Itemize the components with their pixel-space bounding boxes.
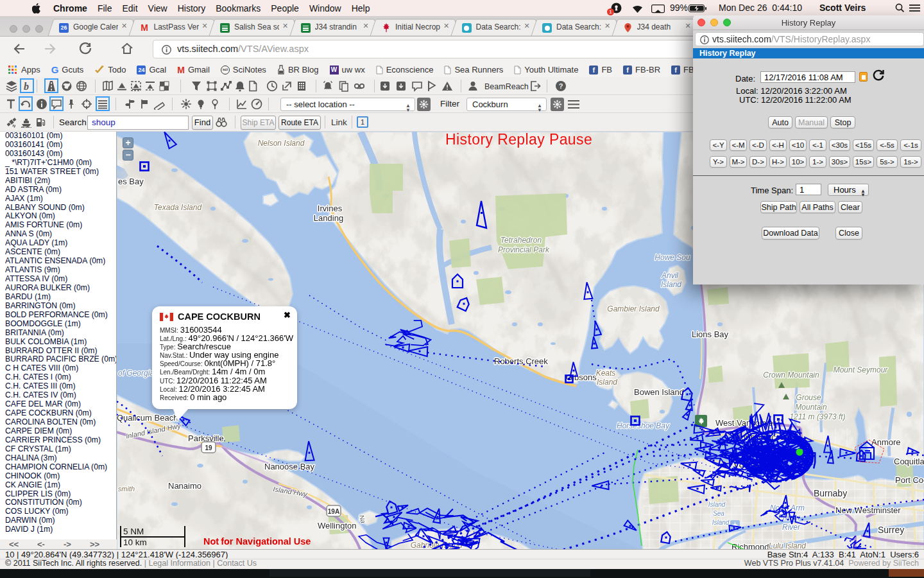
svg-text:Nanaimo: Nanaimo [168, 481, 201, 491]
svg-text:Island: Island [597, 378, 617, 387]
svg-text:Nelson Island: Nelson Island [258, 139, 305, 148]
svg-text:1211 m (3973 ft): 1211 m (3973 ft) [789, 412, 845, 421]
svg-text:Texada Island: Texada Island [154, 203, 202, 212]
svg-text:Howe Sou: Howe Sou [654, 253, 690, 262]
svg-text:Irvines: Irvines [318, 204, 343, 213]
svg-text:Anvil: Anvil [661, 271, 678, 280]
svg-text:Qualicum Beach: Qualicum Beach [117, 413, 178, 423]
svg-text:River: River [782, 523, 801, 532]
svg-text:Grouse: Grouse [796, 393, 821, 402]
svg-text:Surrey: Surrey [878, 525, 904, 535]
svg-text:Crown Mountain: Crown Mountain [763, 371, 819, 380]
svg-text:?: ? [559, 82, 563, 90]
svg-text:19: 19 [205, 444, 212, 451]
svg-text:Lions Bay: Lions Bay [692, 329, 729, 339]
svg-text:Island: Island [708, 501, 726, 508]
svg-text:Landing: Landing [314, 213, 343, 223]
svg-text:Mount Seymour: Mount Seymour [834, 365, 889, 374]
svg-text:Tetrahedron: Tetrahedron [501, 236, 542, 245]
svg-text:of Georgia: of Georgia [118, 369, 154, 378]
svg-text:b: b [24, 81, 29, 92]
svg-text:Gambier Island: Gambier Island [607, 304, 660, 313]
svg-text:Bowen Island: Bowen Island [634, 387, 684, 397]
svg-text:Roberts Creek: Roberts Creek [494, 356, 548, 366]
svg-text:Port Coo: Port Coo [895, 475, 924, 485]
svg-text:Horseshoe Bay: Horseshoe Bay [617, 421, 670, 430]
svg-text:Wellington: Wellington [318, 521, 356, 530]
svg-text:Island: Island [661, 280, 681, 289]
svg-text:Island: Island [712, 519, 730, 526]
svg-text:Coquitla: Coquitla [894, 457, 924, 466]
svg-text:Provincial Park: Provincial Park [498, 245, 550, 254]
svg-text:New Westminster: New Westminster [835, 505, 901, 515]
svg-text:Sea: Sea [713, 510, 724, 517]
svg-text:Burnaby: Burnaby [814, 488, 847, 498]
svg-text:Nanoose Bay: Nanoose Bay [264, 462, 315, 471]
svg-text:Anmore: Anmore [871, 437, 901, 447]
svg-text:Keats: Keats [596, 369, 616, 378]
svg-text:Mountain: Mountain [795, 403, 827, 412]
svg-text:smith: smith [118, 485, 135, 493]
svg-text:19A: 19A [328, 508, 339, 515]
svg-text:es Bay: es Bay [118, 177, 144, 186]
